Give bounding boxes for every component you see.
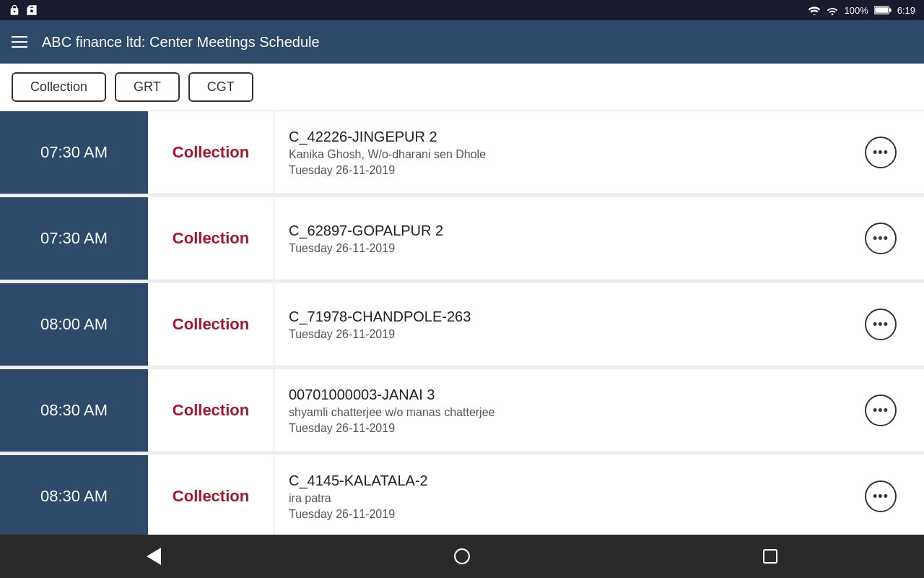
status-time: 6:19 [897, 5, 915, 16]
item-title-0: C_42226-JINGEPUR 2 [289, 129, 823, 145]
status-bar: 100% 6:19 [0, 0, 924, 20]
tab-bar: Collection GRT CGT [0, 64, 924, 111]
action-block-0: ••• [837, 111, 924, 194]
schedule-list: 07:30 AM Collection C_42226-JINGEPUR 2 K… [0, 111, 924, 535]
svg-rect-1 [875, 7, 888, 13]
table-row: 07:30 AM Collection C_42226-JINGEPUR 2 K… [0, 111, 924, 194]
action-block-3: ••• [837, 369, 924, 452]
time-block-2: 08:00 AM [0, 283, 148, 366]
home-icon [454, 548, 470, 564]
table-row: 08:30 AM Collection 00701000003-JANAI 3 … [0, 369, 924, 452]
more-button-2[interactable]: ••• [865, 309, 897, 340]
sim-icon [26, 4, 38, 16]
tab-grt[interactable]: GRT [115, 72, 180, 102]
info-block-3: 00701000003-JANAI 3 shyamli chatterjee w… [274, 369, 837, 452]
back-button[interactable] [138, 540, 170, 572]
item-date-0: Tuesday 26-11-2019 [289, 164, 823, 177]
more-button-4[interactable]: ••• [865, 480, 897, 512]
item-title-2: C_71978-CHANDPOLE-263 [289, 309, 823, 325]
recents-icon [763, 549, 777, 564]
app-bar: ABC finance ltd: Center Meetings Schedul… [0, 20, 924, 64]
battery-percent: 100% [844, 5, 868, 16]
item-date-1: Tuesday 26-11-2019 [289, 242, 823, 255]
info-block-0: C_42226-JINGEPUR 2 Kanika Ghosh, W/o-dha… [274, 111, 837, 194]
status-bar-right: 100% 6:19 [808, 5, 915, 16]
item-subtitle-0: Kanika Ghosh, W/o-dharani sen Dhole [289, 148, 823, 161]
app-title: ABC finance ltd: Center Meetings Schedul… [42, 34, 320, 51]
more-button-1[interactable]: ••• [865, 223, 897, 254]
action-block-1: ••• [837, 197, 924, 280]
more-button-0[interactable]: ••• [865, 137, 897, 168]
action-block-4: ••• [837, 455, 924, 535]
item-title-4: C_4145-KALATALA-2 [289, 473, 823, 489]
time-block-3: 08:30 AM [0, 369, 148, 452]
type-block-4: Collection [148, 455, 274, 535]
tab-cgt[interactable]: CGT [188, 72, 253, 102]
info-block-1: C_62897-GOPALPUR 2 Tuesday 26-11-2019 [274, 197, 837, 280]
type-block-2: Collection [148, 283, 274, 366]
more-button-3[interactable]: ••• [865, 394, 897, 426]
tab-collection[interactable]: Collection [12, 72, 106, 102]
table-row: 08:00 AM Collection C_71978-CHANDPOLE-26… [0, 283, 924, 366]
battery-icon [874, 5, 892, 15]
table-row: 08:30 AM Collection C_4145-KALATALA-2 ir… [0, 455, 924, 535]
back-icon [147, 548, 161, 565]
item-date-4: Tuesday 26-11-2019 [289, 508, 823, 521]
item-subtitle-3: shyamli chatterjee w/o manas chatterjee [289, 406, 823, 419]
item-title-3: 00701000003-JANAI 3 [289, 387, 823, 403]
type-block-3: Collection [148, 369, 274, 452]
time-block-0: 07:30 AM [0, 111, 148, 194]
recents-button[interactable] [754, 540, 786, 572]
lock-icon [9, 4, 20, 16]
status-bar-left [9, 4, 38, 16]
home-button[interactable] [446, 540, 478, 572]
type-block-0: Collection [148, 111, 274, 194]
wifi-icon [808, 5, 821, 15]
item-date-3: Tuesday 26-11-2019 [289, 422, 823, 435]
type-block-1: Collection [148, 197, 274, 280]
time-block-1: 07:30 AM [0, 197, 148, 280]
svg-rect-2 [889, 8, 892, 12]
info-block-4: C_4145-KALATALA-2 ira patra Tuesday 26-1… [274, 455, 837, 535]
item-subtitle-4: ira patra [289, 492, 823, 505]
info-block-2: C_71978-CHANDPOLE-263 Tuesday 26-11-2019 [274, 283, 837, 366]
time-block-4: 08:30 AM [0, 455, 148, 535]
table-row: 07:30 AM Collection C_62897-GOPALPUR 2 T… [0, 197, 924, 280]
item-title-1: C_62897-GOPALPUR 2 [289, 223, 823, 239]
action-block-2: ••• [837, 283, 924, 366]
signal-icon [827, 5, 838, 15]
item-date-2: Tuesday 26-11-2019 [289, 328, 823, 341]
bottom-nav [0, 535, 924, 578]
hamburger-menu[interactable] [12, 36, 27, 48]
